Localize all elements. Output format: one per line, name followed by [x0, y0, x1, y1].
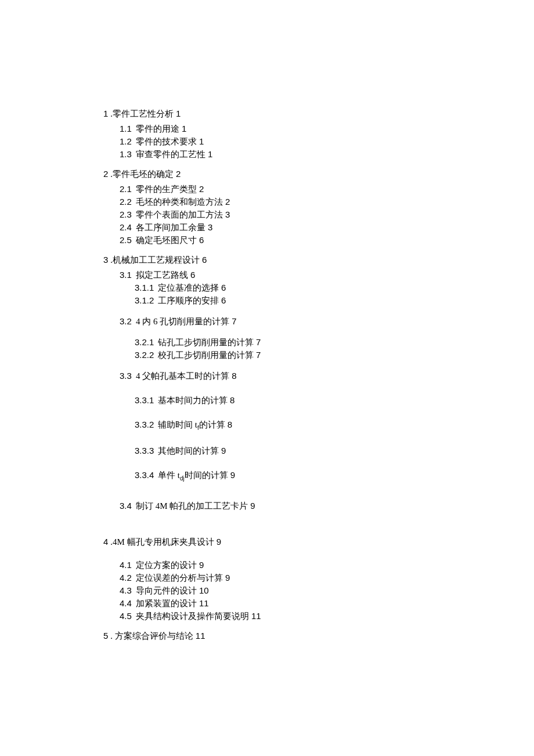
toc-item: 1.零件工艺性分析1: [103, 109, 534, 118]
toc-item: 3.1.1定位基准的选择6: [135, 283, 534, 292]
toc-text: 其他时间的计算: [158, 446, 219, 455]
toc-text: 工序顺序的安排: [158, 296, 219, 305]
toc-num: 3.3.4: [135, 471, 158, 479]
toc-item: 4.5夹具结构设计及操作简要说明11: [120, 612, 534, 621]
toc-text: .零件毛坯的确定: [110, 169, 174, 179]
toc-num: 4.3: [120, 586, 136, 595]
toc-text: 审查零件的工艺性: [136, 150, 205, 159]
toc-text: 校孔工步切削用量的计算: [158, 350, 254, 360]
toc-num: 3: [103, 255, 108, 265]
toc-text: 定位误差的分析与计算: [136, 573, 223, 583]
toc-text: 定位基准的选择: [158, 283, 219, 292]
toc-item: 1.2零件的技术要求1: [120, 137, 534, 146]
toc-num: 3.3.2: [135, 420, 158, 429]
toc-text: 零件的用途: [136, 124, 179, 133]
toc-item: 5. 方案综合评价与结论11: [103, 631, 534, 641]
toc-num: 3.2.2: [135, 350, 158, 359]
toc-text: 夹具结构设计及操作简要说明: [136, 612, 249, 621]
toc-text: .零件工艺性分析: [110, 109, 174, 118]
toc-text: 零件个表面的加工方法: [136, 210, 223, 219]
toc-text: 拟定工艺路线: [136, 270, 188, 280]
toc-item: 1.3审查零件的工艺性1: [120, 150, 534, 159]
toc-num: 4: [103, 537, 108, 547]
toc-page: 2: [199, 184, 204, 194]
toc-num: 3.3.3: [135, 446, 158, 455]
toc-text: 导向元件的设计: [136, 586, 197, 595]
toc-item: 4.4加紧装置的设计11: [120, 599, 534, 608]
toc-item: 2.3零件个表面的加工方法3: [120, 210, 534, 219]
toc-text: . 方案综合评价与结论: [110, 631, 193, 641]
toc-item: 4.1定位方案的设计9: [120, 560, 534, 570]
toc-text: 基本时间力的计算: [158, 396, 228, 405]
toc-num: 4.1: [120, 560, 136, 569]
toc-item: 4.2定位误差的分析与计算9: [120, 573, 534, 583]
toc-page: 6: [221, 295, 226, 305]
toc-page: 6: [190, 270, 195, 280]
toc-item: 3.3.4单件 tdj时间的计算9: [135, 471, 534, 482]
toc-num: 2.4: [120, 223, 136, 231]
toc-page: 9: [221, 446, 226, 455]
toc-num: 3.1.1: [135, 283, 158, 292]
toc-page: 9: [225, 573, 230, 583]
toc-page: 10: [199, 585, 209, 595]
toc-num: 3.4: [120, 501, 136, 510]
toc-num: 2.3: [120, 210, 136, 219]
toc-text: 定位方案的设计: [136, 560, 197, 570]
toc-num: 3.2.1: [135, 338, 158, 346]
toc-item: 2.4各工序间加工余量3: [120, 223, 534, 232]
toc-page: 8: [232, 371, 236, 381]
toc-item: 2.1零件的生产类型2: [120, 185, 534, 194]
toc-num: 3.2: [120, 317, 136, 325]
toc-text: 各工序间加工余量: [136, 223, 205, 232]
toc-page: 7: [256, 350, 261, 360]
toc-num: 4.5: [120, 612, 136, 620]
toc-text: 零件的技术要求: [136, 137, 197, 146]
toc-page: 1: [176, 108, 181, 118]
toc-page: 9: [250, 501, 255, 511]
toc-num: 3.3.1: [135, 396, 158, 404]
toc-item: 3.24 内 6 孔切削用量的计算7: [120, 317, 534, 326]
toc-item: 4.4M 幅孔专用机床夹具设计9: [103, 537, 534, 547]
toc-page: 6: [199, 235, 204, 245]
toc-text: 毛坯的种类和制造方法: [136, 197, 223, 207]
toc-num: 4.2: [120, 573, 136, 582]
toc-num: 5: [103, 631, 108, 641]
toc-page: 3: [208, 222, 212, 232]
toc-page: 6: [221, 283, 226, 292]
toc-text: 制订 4M 帕孔的加工工艺卡片: [136, 501, 248, 511]
toc-text: 4 内 6 孔切削用量的计算: [136, 317, 229, 326]
toc-num: 1: [103, 108, 108, 118]
toc-text: 钻孔工步切削用量的计算: [158, 338, 254, 347]
toc-page: 11: [251, 611, 261, 621]
toc-num: 2: [103, 169, 108, 179]
toc-page: 9: [230, 470, 235, 480]
toc-num: 1.3: [120, 150, 136, 158]
toc-item: 2.零件毛坯的确定2: [103, 169, 534, 179]
toc-item: 3.2.2校孔工步切削用量的计算7: [135, 350, 534, 360]
toc-num: 1.1: [120, 124, 136, 133]
toc-item: 3.2.1钻孔工步切削用量的计算7: [135, 338, 534, 347]
toc-page: 7: [232, 316, 236, 326]
toc-item: 3.34 父帕孔基本工时的计算8: [120, 371, 534, 381]
toc-text: 零件的生产类型: [136, 185, 197, 194]
toc-item: 1.1零件的用途1: [120, 124, 534, 133]
toc-num: 3.1.2: [135, 296, 158, 305]
toc-page: 6: [202, 255, 207, 265]
toc-num: 3.3: [120, 371, 136, 380]
toc-page: 1: [182, 124, 186, 133]
toc-num: 2.2: [120, 197, 136, 206]
toc-page: 3: [225, 209, 230, 219]
toc-page: 7: [256, 337, 261, 347]
toc-item: 4.3导向元件的设计10: [120, 586, 534, 595]
toc-num: 1.2: [120, 137, 136, 146]
toc-item: 2.5确定毛坯图尺寸6: [120, 236, 534, 245]
toc-page: 9: [199, 560, 204, 570]
toc-item: 3.4制订 4M 帕孔的加工工艺卡片9: [120, 501, 534, 511]
toc-item: 3.机械加工工艺规程设计6: [103, 255, 534, 265]
toc-item: 3.3.3其他时间的计算9: [135, 446, 534, 455]
toc-page: 8: [228, 419, 232, 429]
toc-page: 11: [196, 631, 205, 641]
toc-page: 1: [208, 149, 212, 159]
toc-page: 1: [199, 136, 204, 146]
toc-page: 2: [225, 197, 230, 207]
